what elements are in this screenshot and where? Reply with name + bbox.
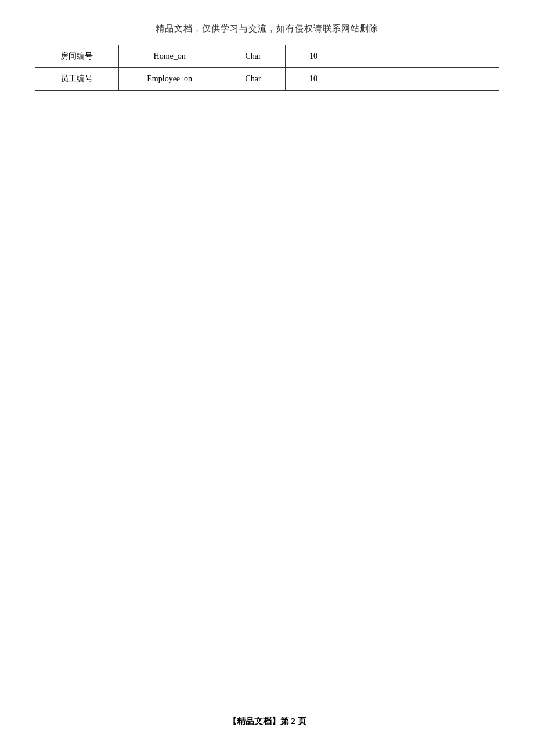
table-row: 房间编号 Home_on Char 10 <box>35 45 499 68</box>
watermark-text: 精品文档，仅供学习与交流，如有侵权请联系网站删除 <box>35 23 499 34</box>
cell-row1-col4: 10 <box>286 45 341 68</box>
table-row: 员工编号 Employee_on Char 10 <box>35 68 499 91</box>
data-table: 房间编号 Home_on Char 10 员工编号 Employee_on Ch… <box>35 45 499 91</box>
cell-row1-col1: 房间编号 <box>35 45 119 68</box>
page-footer: 【精品文档】第 2 页 <box>0 716 534 727</box>
cell-row2-col4: 10 <box>286 68 341 91</box>
cell-row2-col1: 员工编号 <box>35 68 119 91</box>
cell-row2-col3: Char <box>221 68 286 91</box>
page-container: 精品文档，仅供学习与交流，如有侵权请联系网站删除 房间编号 Home_on Ch… <box>0 0 534 756</box>
cell-row1-col5 <box>341 45 499 68</box>
cell-row1-col3: Char <box>221 45 286 68</box>
cell-row2-col5 <box>341 68 499 91</box>
cell-row2-col2: Employee_on <box>118 68 221 91</box>
cell-row1-col2: Home_on <box>118 45 221 68</box>
